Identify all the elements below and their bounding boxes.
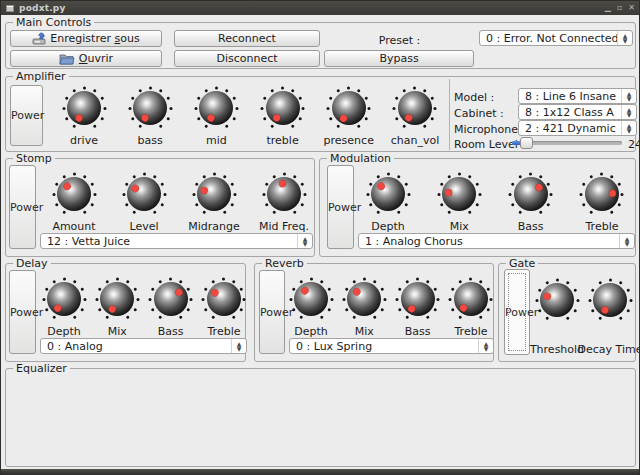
knob-tick — [352, 315, 356, 319]
knob-tick — [545, 316, 549, 320]
knob-mid[interactable]: mid — [194, 86, 238, 130]
knob-mid-freq[interactable]: Mid Freq. — [262, 172, 306, 216]
room-level-slider[interactable] — [512, 137, 622, 149]
group-label-stomp: Stomp — [13, 152, 55, 165]
knob-mix[interactable]: Mix — [95, 277, 139, 321]
knob-tick — [130, 116, 134, 120]
knob-depth[interactable]: Depth — [42, 277, 86, 321]
minimize-icon[interactable]: ▁ — [605, 4, 611, 12]
spinner-icon[interactable] — [621, 105, 636, 119]
knob-mix[interactable]: Mix — [342, 277, 386, 321]
knob-tick — [151, 307, 155, 311]
knob-treble[interactable]: Treble — [449, 277, 493, 321]
model-select[interactable]: 8 : Line 6 Insane — [518, 88, 637, 104]
knob-threshold[interactable]: Threshold — [535, 278, 579, 322]
modulation-effect-select[interactable]: 1 : Analog Chorus — [358, 233, 635, 249]
knob-amount[interactable]: Amount — [52, 172, 96, 216]
knob-tick — [169, 277, 172, 280]
spinner-icon[interactable] — [478, 339, 493, 353]
knob-midrange[interactable]: Midrange — [192, 172, 236, 216]
knob-tick — [546, 202, 550, 206]
knob-decay-time[interactable]: Decay Time — [588, 278, 632, 322]
close-icon[interactable]: ✕ — [628, 4, 635, 12]
knob-sphere — [371, 177, 405, 211]
knob-tick — [194, 107, 197, 110]
maximize-icon[interactable]: ▫ — [617, 4, 622, 12]
knob-tick — [132, 174, 136, 178]
spinner-icon[interactable] — [619, 234, 634, 248]
preset-select[interactable]: 0 : Error. Not Connected — [479, 30, 633, 46]
group-label-reverb: Reverb — [262, 257, 307, 270]
knob-chan-vol[interactable]: chan_vol — [393, 86, 437, 130]
knob-mix[interactable]: Mix — [437, 172, 481, 216]
knob-tick — [580, 193, 583, 196]
reverb-effect-select[interactable]: 0 : Lux Spring — [289, 338, 494, 354]
amplifier-power-button[interactable]: Power — [10, 85, 43, 146]
knob-tick — [222, 277, 225, 280]
knob-tick — [264, 202, 268, 206]
knob-tick — [158, 279, 162, 283]
modulation-power-button[interactable]: Power — [327, 165, 354, 249]
save-as-button[interactable]: Enregistrer sous — [10, 30, 162, 47]
knob-label: Bass — [158, 325, 184, 338]
bypass-button[interactable]: Bypass — [324, 50, 474, 67]
knob-tick — [535, 299, 538, 302]
knob-tick — [511, 202, 515, 206]
reverb-power-button[interactable]: Power — [259, 270, 285, 354]
save-icon — [32, 32, 46, 45]
knob-tick — [179, 279, 183, 283]
slider-handle[interactable] — [520, 137, 533, 149]
knob-tick — [80, 307, 84, 311]
knob-treble[interactable]: Treble — [580, 172, 624, 216]
gate-power-button[interactable]: Power — [504, 269, 530, 355]
reconnect-button[interactable]: Reconnect — [174, 30, 320, 47]
spinner-icon[interactable] — [621, 121, 636, 135]
spinner-icon[interactable] — [621, 89, 636, 103]
knob-bass[interactable]: Bass — [149, 277, 193, 321]
knob-tick — [194, 182, 198, 186]
titlebar[interactable]: podxt.py ▁ ▫ ✕ — [1, 1, 640, 15]
knob-tick — [186, 307, 190, 311]
knob-bass[interactable]: Bass — [509, 172, 553, 216]
knob-tick — [626, 308, 630, 312]
microphone-select[interactable]: 2 : 421 Dynamic — [518, 120, 637, 136]
delay-effect-select[interactable]: 0 : Analog — [40, 338, 247, 354]
knob-tick — [447, 174, 451, 178]
knob-tick — [126, 315, 130, 319]
knob-tick — [95, 298, 98, 301]
stomp-effect-select[interactable]: 12 : Vetta Juice — [40, 233, 313, 249]
knob-indicator-dot — [444, 188, 452, 196]
knob-tick — [124, 182, 128, 186]
stomp-effect-value: 12 : Vetta Juice — [41, 235, 148, 248]
knob-depth[interactable]: Depth — [289, 277, 333, 321]
knob-tick — [396, 298, 399, 301]
group-label-main-controls: Main Controls — [13, 16, 94, 29]
knob-drive[interactable]: drive — [62, 86, 106, 130]
knob-tick — [618, 182, 622, 186]
open-button[interactable]: Ouvrir — [10, 50, 162, 67]
knob-treble[interactable]: Treble — [202, 277, 246, 321]
knob-tick — [368, 202, 372, 206]
stomp-power-button[interactable]: Power — [9, 165, 36, 249]
knob-tick — [618, 316, 622, 320]
knob-bass[interactable]: Bass — [396, 277, 440, 321]
knob-tick — [158, 124, 162, 128]
knob-treble[interactable]: treble — [261, 86, 305, 130]
spinner-icon[interactable] — [231, 339, 246, 353]
knob-depth[interactable]: Depth — [366, 172, 410, 216]
knob-level[interactable]: Level — [122, 172, 166, 216]
cabinet-select[interactable]: 8 : 1x12 Class A — [518, 104, 637, 120]
knob-tick — [426, 315, 430, 319]
knob-tick — [80, 287, 84, 291]
group-stomp: Stomp Power AmountLevelMidrangeMid Freq.… — [5, 158, 315, 257]
delay-power-button[interactable]: Power — [9, 270, 36, 354]
disconnect-button[interactable]: Disconnect — [174, 50, 320, 67]
knob-tick — [590, 288, 594, 292]
knob-tick — [357, 88, 361, 92]
group-label-equalizer: Equalizer — [13, 362, 70, 375]
spinner-icon[interactable] — [617, 31, 632, 45]
knob-presence[interactable]: presence — [327, 86, 371, 130]
knob-bass[interactable]: bass — [128, 86, 172, 130]
modulation-effect-value: 1 : Analog Chorus — [359, 235, 481, 248]
spinner-icon[interactable] — [297, 234, 312, 248]
